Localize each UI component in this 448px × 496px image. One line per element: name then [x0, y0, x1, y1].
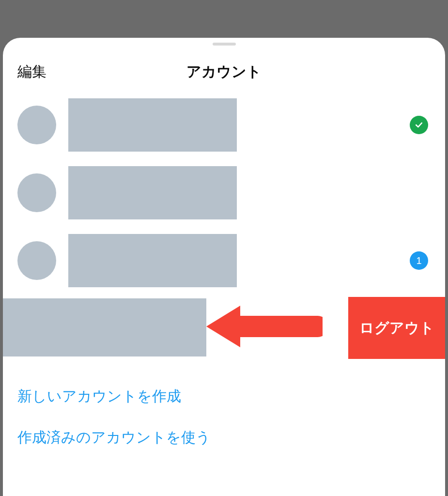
logout-button[interactable]: ログアウト	[348, 297, 445, 359]
page-title: アカウント	[186, 62, 262, 82]
avatar	[17, 173, 56, 212]
edit-button[interactable]: 編集	[17, 62, 46, 82]
swiped-account-row[interactable]: ログアウト	[3, 298, 445, 356]
account-row[interactable]	[17, 159, 431, 227]
checkmark-icon	[410, 116, 428, 134]
account-row[interactable]: 1	[17, 227, 431, 294]
modal-sheet: 編集 アカウント 1	[3, 38, 445, 496]
account-label-placeholder	[3, 298, 206, 356]
account-actions: 新しいアカウントを作成 作成済みのアカウントを使う	[3, 356, 445, 458]
account-label-placeholder	[68, 166, 237, 219]
create-account-link[interactable]: 新しいアカウントを作成	[17, 376, 181, 417]
account-row[interactable]	[17, 91, 431, 159]
use-existing-account-link[interactable]: 作成済みのアカウントを使う	[17, 417, 211, 458]
header: 編集 アカウント	[3, 38, 445, 91]
account-label-placeholder	[68, 98, 237, 152]
avatar	[17, 106, 56, 144]
badge-count: 1	[416, 255, 421, 266]
account-list: 1	[3, 91, 445, 294]
arrow-annotation-icon	[204, 300, 323, 355]
avatar	[17, 241, 56, 280]
notification-badge: 1	[410, 251, 428, 270]
account-label-placeholder	[68, 234, 237, 287]
